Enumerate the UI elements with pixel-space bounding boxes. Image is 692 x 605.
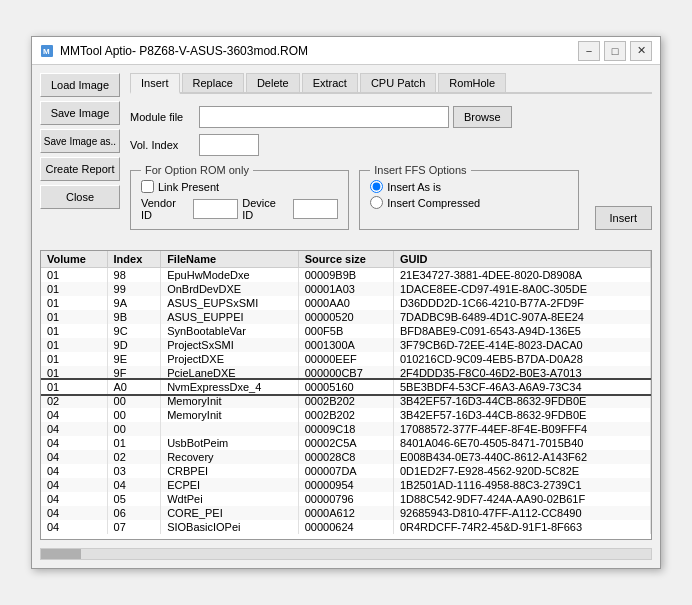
table-row[interactable]: 019EProjectDXE00000EEF010216CD-9C09-4EB5… [41, 352, 651, 366]
main-window: M MMTool Aptio- P8Z68-V-ASUS-3603mod.ROM… [31, 36, 661, 569]
insert-as-is-label: Insert As is [387, 181, 441, 193]
table-cell: 06 [107, 506, 161, 520]
table-row[interactable]: 019FPcieLaneDXE000000CB72F4DDD35-F8C0-46… [41, 366, 651, 380]
table-cell: 9F [107, 366, 161, 380]
right-panel: Insert Replace Delete Extract CPU Patch … [130, 73, 652, 234]
table-row[interactable]: 019DProjectSxSMI0001300A3F79CB6D-72EE-41… [41, 338, 651, 352]
link-present-label: Link Present [158, 181, 219, 193]
insert-as-is-radio[interactable] [370, 180, 383, 193]
table-cell: 07 [107, 520, 161, 534]
vol-index-label: Vol. Index [130, 139, 195, 151]
tab-delete[interactable]: Delete [246, 73, 300, 92]
table-row[interactable]: 019CSynBootableVar000F5BBFD8ABE9-C091-65… [41, 324, 651, 338]
tab-cpu-patch[interactable]: CPU Patch [360, 73, 436, 92]
table-row[interactable]: 0403CRBPEI000007DA0D1ED2F7-E928-4562-920… [41, 464, 651, 478]
table-row[interactable]: 0407SIOBasicIOPei000006240R4RDCFF-74R2-4… [41, 520, 651, 534]
table-cell: 5BE3BDF4-53CF-46A3-A6A9-73C34 [393, 380, 650, 394]
table-cell: ASUS_EUPPEI [161, 310, 299, 324]
table-row[interactable]: 0400MemoryInit0002B2023B42EF57-16D3-44CB… [41, 408, 651, 422]
table-cell: 00 [107, 408, 161, 422]
table-cell: SynBootableVar [161, 324, 299, 338]
table-row[interactable]: 019AASUS_EUPSxSMI0000AA0D36DDD2D-1C66-42… [41, 296, 651, 310]
module-file-label: Module file [130, 111, 195, 123]
table-cell: D36DDD2D-1C66-4210-B77A-2FD9F [393, 296, 650, 310]
restore-button[interactable]: □ [604, 41, 626, 61]
insert-tab-content: Module file Browse Vol. Index For Option… [130, 102, 652, 234]
table-cell: 00000796 [298, 492, 393, 506]
create-report-button[interactable]: Create Report [40, 157, 120, 181]
table-cell: 17088572-377F-44EF-8F4E-B09FFF4 [393, 422, 650, 436]
left-panel: Load Image Save Image Save Image as.. Cr… [40, 73, 130, 234]
vendor-id-label: Vendor ID [141, 197, 189, 221]
table-row[interactable]: 0401UsbBotPeim00002C5A8401A046-6E70-4505… [41, 436, 651, 450]
insert-compressed-row: Insert Compressed [370, 196, 567, 209]
insert-compressed-radio[interactable] [370, 196, 383, 209]
tab-replace[interactable]: Replace [182, 73, 244, 92]
table-cell: 000007DA [298, 464, 393, 478]
table-cell: 01 [41, 380, 107, 394]
table-row[interactable]: 019BASUS_EUPPEI000005207DADBC9B-6489-4D1… [41, 310, 651, 324]
window-title: MMTool Aptio- P8Z68-V-ASUS-3603mod.ROM [60, 44, 308, 58]
table-cell: 00002C5A [298, 436, 393, 450]
table-cell: EpuHwModeDxe [161, 268, 299, 283]
insert-ffs-legend: Insert FFS Options [370, 164, 470, 176]
tab-insert[interactable]: Insert [130, 73, 180, 94]
horizontal-scrollbar[interactable] [40, 548, 652, 560]
table-cell: 01 [41, 310, 107, 324]
save-image-button[interactable]: Save Image [40, 101, 120, 125]
save-image-as-button[interactable]: Save Image as.. [40, 129, 120, 153]
tab-romhole[interactable]: RomHole [438, 73, 506, 92]
device-id-input[interactable] [293, 199, 338, 219]
file-table-container: Volume Index FileName Source size GUID 0… [40, 250, 652, 540]
table-cell: 00000520 [298, 310, 393, 324]
col-filename: FileName [161, 251, 299, 268]
table-cell: 3B42EF57-16D3-44CB-8632-9FDB0E [393, 394, 650, 408]
svg-text:M: M [43, 47, 50, 56]
table-row[interactable]: 01A0NvmExpressDxe_4000051605BE3BDF4-53CF… [41, 380, 651, 394]
table-cell: 0001300A [298, 338, 393, 352]
table-cell: CRBPEI [161, 464, 299, 478]
load-image-button[interactable]: Load Image [40, 73, 120, 97]
table-cell: 0000A612 [298, 506, 393, 520]
table-row[interactable]: 0199OnBrdDevDXE00001A031DACE8EE-CD97-491… [41, 282, 651, 296]
table-row[interactable]: 0406CORE_PEI0000A61292685943-D810-47FF-A… [41, 506, 651, 520]
option-rom-group: For Option ROM only Link Present Vendor … [130, 164, 349, 230]
table-row[interactable]: 0198EpuHwModeDxe00009B9B21E34727-3881-4D… [41, 268, 651, 283]
table-cell: 01 [107, 436, 161, 450]
browse-button[interactable]: Browse [453, 106, 512, 128]
table-row[interactable]: 0402Recovery000028C8E008B434-0E73-440C-8… [41, 450, 651, 464]
table-cell: ProjectDXE [161, 352, 299, 366]
link-present-checkbox[interactable] [141, 180, 154, 193]
vol-index-input[interactable] [199, 134, 259, 156]
table-row[interactable]: 0405WdtPei000007961D88C542-9DF7-424A-AA9… [41, 492, 651, 506]
table-row[interactable]: 040000009C1817088572-377F-44EF-8F4E-B09F… [41, 422, 651, 436]
table-row[interactable]: 0200MemoryInit0002B2023B42EF57-16D3-44CB… [41, 394, 651, 408]
table-cell: 99 [107, 282, 161, 296]
table-cell: WdtPei [161, 492, 299, 506]
tab-extract[interactable]: Extract [302, 73, 358, 92]
table-cell: 03 [107, 464, 161, 478]
table-row[interactable]: 0404ECPEI000009541B2501AD-1116-4958-88C3… [41, 478, 651, 492]
insert-as-is-row: Insert As is [370, 180, 567, 193]
col-index: Index [107, 251, 161, 268]
title-buttons: − □ ✕ [578, 41, 652, 61]
table-cell: 3F79CB6D-72EE-414E-8023-DACA0 [393, 338, 650, 352]
table-cell: 00009C18 [298, 422, 393, 436]
table-cell: 04 [107, 478, 161, 492]
file-table: Volume Index FileName Source size GUID 0… [41, 251, 651, 534]
insert-compressed-label: Insert Compressed [387, 197, 480, 209]
table-cell: Recovery [161, 450, 299, 464]
module-file-input[interactable] [199, 106, 449, 128]
col-source-size: Source size [298, 251, 393, 268]
table-cell: ECPEI [161, 478, 299, 492]
close-button[interactable]: Close [40, 185, 120, 209]
minimize-button[interactable]: − [578, 41, 600, 61]
vendor-device-row: Vendor ID Device ID [141, 197, 338, 221]
insert-button[interactable]: Insert [595, 206, 653, 230]
vendor-id-input[interactable] [193, 199, 238, 219]
table-cell: 00000624 [298, 520, 393, 534]
table-cell: 00 [107, 422, 161, 436]
table-cell: OnBrdDevDXE [161, 282, 299, 296]
options-row: For Option ROM only Link Present Vendor … [130, 164, 652, 230]
close-window-button[interactable]: ✕ [630, 41, 652, 61]
